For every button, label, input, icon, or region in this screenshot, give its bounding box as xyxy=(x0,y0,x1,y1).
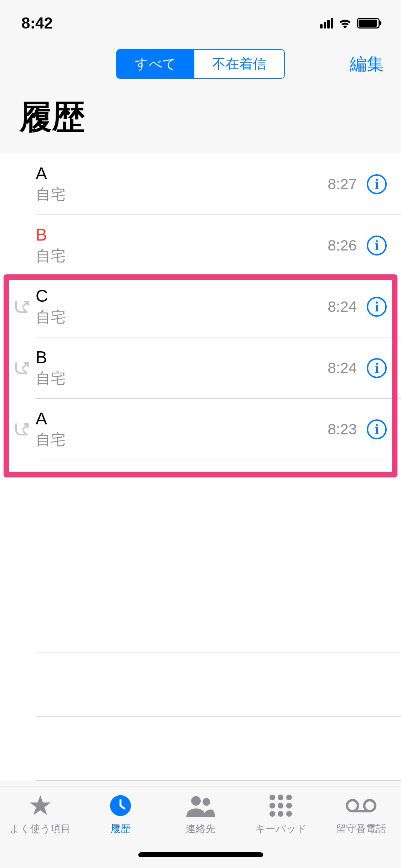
info-button[interactable]: i xyxy=(367,297,387,317)
info-button[interactable]: i xyxy=(367,174,387,194)
tab-label: キーパッド xyxy=(255,822,307,836)
call-time: 8:24 xyxy=(328,298,357,315)
wifi-icon xyxy=(338,14,353,32)
info-icon: i xyxy=(375,237,379,254)
segment-all[interactable]: すべて xyxy=(117,50,194,78)
status-bar: 8:42 xyxy=(0,0,401,39)
tab-label: 留守番電話 xyxy=(336,822,386,836)
star-icon xyxy=(27,793,53,818)
info-icon: i xyxy=(375,298,379,315)
tab-favorites[interactable]: よく使う項目 xyxy=(5,793,76,868)
outgoing-call-icon xyxy=(11,422,32,437)
info-icon: i xyxy=(375,421,379,438)
call-time: 8:26 xyxy=(328,237,357,254)
outgoing-call-icon xyxy=(11,360,32,376)
call-row[interactable]: B 自宅 8:24 i xyxy=(0,337,401,398)
tab-label: 連絡先 xyxy=(186,822,216,836)
status-time: 8:42 xyxy=(21,14,53,32)
info-icon: i xyxy=(375,360,379,376)
tab-label: 履歴 xyxy=(110,822,130,836)
keypad-icon xyxy=(269,793,292,818)
call-label: 自宅 xyxy=(36,246,328,266)
info-button[interactable]: i xyxy=(367,358,387,378)
svg-point-4 xyxy=(364,800,375,811)
battery-icon xyxy=(357,18,380,29)
edit-button[interactable]: 編集 xyxy=(350,53,384,76)
call-name: A xyxy=(36,409,328,428)
call-list: A 自宅 8:27 i B 自宅 8:26 i C 自宅 8:24 xyxy=(0,154,401,781)
call-row[interactable]: A 自宅 8:27 i xyxy=(0,154,401,215)
call-name: B xyxy=(36,225,328,244)
call-name: A xyxy=(36,164,328,183)
call-time: 8:24 xyxy=(328,360,357,377)
outgoing-call-icon xyxy=(11,299,32,315)
svg-point-1 xyxy=(191,796,201,806)
call-label: 自宅 xyxy=(36,368,328,388)
call-name: C xyxy=(36,286,328,306)
call-row[interactable]: C 自宅 8:24 i xyxy=(0,276,401,337)
voicemail-icon xyxy=(345,793,377,818)
home-indicator[interactable] xyxy=(138,852,263,857)
segment-control: すべて 不在着信 xyxy=(116,49,285,79)
call-name: B xyxy=(36,347,328,367)
tab-label: よく使う項目 xyxy=(10,822,71,836)
page-title: 履歴 xyxy=(14,95,387,139)
call-row[interactable]: A 自宅 8:23 i xyxy=(0,399,401,460)
svg-point-2 xyxy=(202,798,210,806)
call-label: 自宅 xyxy=(36,185,328,205)
status-indicators xyxy=(320,14,380,32)
info-button[interactable]: i xyxy=(367,236,387,255)
cellular-signal-icon xyxy=(320,18,333,29)
call-time: 8:23 xyxy=(328,421,357,438)
segment-missed[interactable]: 不在着信 xyxy=(194,50,284,78)
tab-voicemail[interactable]: 留守番電話 xyxy=(325,793,397,868)
call-time: 8:27 xyxy=(328,176,357,193)
call-label: 自宅 xyxy=(36,307,328,327)
header: すべて 不在着信 編集 履歴 xyxy=(0,39,401,154)
clock-icon xyxy=(109,793,132,818)
contacts-icon xyxy=(186,793,215,818)
call-label: 自宅 xyxy=(36,430,328,450)
call-row[interactable]: B 自宅 8:26 i xyxy=(0,215,401,276)
info-icon: i xyxy=(375,176,379,192)
info-button[interactable]: i xyxy=(367,419,387,439)
svg-point-3 xyxy=(347,800,358,811)
